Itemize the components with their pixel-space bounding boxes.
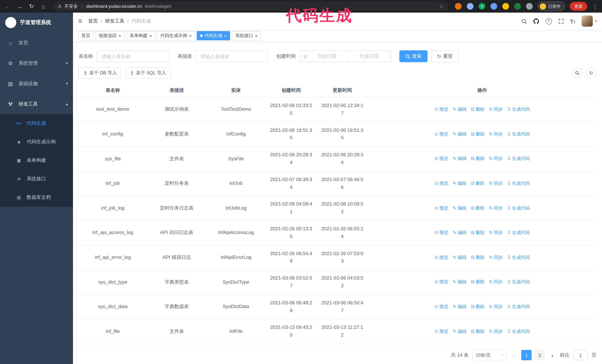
prev-page-button[interactable]: ‹ — [510, 352, 517, 358]
action-preview[interactable]: ⊙预览 — [435, 303, 448, 310]
action-delete[interactable]: ⊟删除 — [471, 328, 484, 335]
action-preview[interactable]: ⊙预览 — [435, 155, 448, 162]
refresh-icon[interactable]: ↻ — [28, 3, 35, 10]
extension-icon[interactable]: V — [479, 3, 485, 10]
help-icon[interactable]: ? — [546, 18, 552, 24]
page-size-select[interactable]: 10条/页 ▾ — [472, 350, 506, 360]
db-import-button[interactable]: ↥ 基于 DB 导入 — [78, 67, 121, 79]
action-delete[interactable]: ⊟删除 — [471, 106, 484, 113]
page-button[interactable]: 1 — [521, 350, 532, 360]
extension-icon[interactable] — [491, 3, 497, 10]
action-generate[interactable]: ↧生成代码 — [507, 229, 530, 236]
action-delete[interactable]: ⊟删除 — [471, 180, 484, 187]
refresh-table-button[interactable]: ↻ — [586, 68, 596, 78]
close-icon[interactable]: × — [224, 34, 227, 38]
user-menu[interactable]: ▾ — [582, 16, 597, 27]
action-sync[interactable]: ↻同步 — [489, 180, 503, 187]
github-icon[interactable] — [533, 18, 539, 24]
browser-update-button[interactable]: 更新 — [570, 2, 587, 11]
action-preview[interactable]: ⊙预览 — [435, 279, 448, 286]
reset-button[interactable]: ↻ 重置 — [431, 50, 459, 62]
profile-chip[interactable]: 已暂停 — [538, 1, 565, 11]
action-edit[interactable]: ✎编辑 — [453, 303, 466, 310]
next-page-button[interactable]: › — [549, 352, 556, 358]
action-preview[interactable]: ⊙预览 — [435, 106, 448, 113]
search-icon[interactable] — [521, 19, 527, 24]
sidebar-item-form-builder[interactable]: ▦表单构建 — [0, 151, 73, 170]
action-delete[interactable]: ⊟删除 — [471, 131, 484, 138]
action-delete[interactable]: ⊟删除 — [471, 229, 484, 236]
action-generate[interactable]: ↧生成代码 — [507, 180, 530, 187]
sidebar-item-codegen-example[interactable]: ◈代码生成示例 — [0, 133, 73, 151]
action-generate[interactable]: ↧生成代码 — [507, 205, 530, 212]
action-edit[interactable]: ✎编辑 — [453, 205, 466, 212]
action-generate[interactable]: ↧生成代码 — [507, 106, 530, 113]
puzzle-extensions-icon[interactable] — [526, 3, 533, 10]
sql-import-button[interactable]: ↥ 基于 SQL 导入 — [125, 67, 171, 79]
action-generate[interactable]: ↧生成代码 — [507, 254, 530, 261]
action-preview[interactable]: ⊙预览 — [435, 254, 448, 261]
back-icon[interactable]: ← — [4, 3, 11, 10]
font-size-icon[interactable]: TT — [570, 18, 576, 24]
home-icon[interactable]: ⌂ — [40, 3, 47, 10]
fullscreen-icon[interactable] — [558, 19, 564, 24]
action-generate[interactable]: ↧生成代码 — [507, 155, 530, 162]
sidebar-item-codegen[interactable]: </>代码生成 — [0, 114, 73, 133]
action-generate[interactable]: ↧生成代码 — [507, 328, 530, 335]
action-delete[interactable]: ⊟删除 — [471, 303, 484, 310]
action-preview[interactable]: ⊙预览 — [435, 205, 448, 212]
action-sync[interactable]: ↻同步 — [489, 205, 503, 212]
extension-icon[interactable] — [502, 3, 509, 10]
action-preview[interactable]: ⊙预览 — [435, 180, 448, 187]
table-name-input[interactable] — [97, 50, 169, 62]
action-edit[interactable]: ✎编辑 — [453, 180, 466, 187]
sidebar-item-system-api[interactable]: ⇄系统接口 — [0, 170, 73, 188]
forward-icon[interactable]: → — [16, 3, 23, 10]
action-preview[interactable]: ⊙预览 — [435, 131, 448, 138]
toggle-search-button[interactable] — [572, 68, 582, 78]
sidebar-item-db-doc[interactable]: ▤数据库文档 — [0, 188, 73, 207]
tab-codegen-example[interactable]: 代码生成示例× — [157, 31, 195, 41]
action-edit[interactable]: ✎编辑 — [453, 155, 466, 162]
close-icon[interactable]: × — [189, 34, 192, 38]
close-icon[interactable]: × — [255, 34, 258, 38]
browser-menu-icon[interactable]: ⋮ — [592, 3, 598, 9]
breadcrumb-item[interactable]: 研发工具 — [105, 18, 124, 25]
extension-icon[interactable] — [455, 3, 462, 10]
sidebar-item-devtools[interactable]: ⚒研发工具▴ — [0, 94, 73, 114]
action-sync[interactable]: ↻同步 — [489, 106, 503, 113]
date-range-picker[interactable]: ⊞ 开始日期 - 结束日期 — [299, 50, 391, 62]
address-bar[interactable]: ⚠ 不安全 | dashboard.yudao.iocoder.cn/tool/… — [53, 1, 448, 11]
bookmark-star-icon[interactable]: ☆ — [439, 3, 444, 9]
tab-tracer[interactable]: 链路追踪× — [96, 31, 124, 41]
app-logo[interactable]: 芋道管理系统 — [0, 13, 73, 32]
action-edit[interactable]: ✎编辑 — [453, 254, 466, 261]
sidebar-item-infra[interactable]: ▧基础设施▾ — [0, 73, 73, 94]
action-edit[interactable]: ✎编辑 — [453, 106, 466, 113]
extension-icon[interactable] — [514, 3, 521, 10]
tab-home[interactable]: 首页 — [78, 31, 94, 41]
action-generate[interactable]: ↧生成代码 — [507, 303, 530, 310]
tab-codegen[interactable]: 代码生成× — [197, 31, 230, 41]
action-sync[interactable]: ↻同步 — [489, 229, 503, 236]
close-icon[interactable]: × — [118, 34, 121, 38]
action-sync[interactable]: ↻同步 — [489, 303, 503, 310]
action-sync[interactable]: ↻同步 — [489, 131, 503, 138]
action-sync[interactable]: ↻同步 — [489, 328, 503, 335]
search-button[interactable]: 搜索 — [399, 50, 428, 62]
action-edit[interactable]: ✎编辑 — [453, 279, 466, 286]
action-generate[interactable]: ↧生成代码 — [507, 279, 530, 286]
action-preview[interactable]: ⊙预览 — [435, 229, 448, 236]
hamburger-icon[interactable]: ≡ — [78, 17, 82, 25]
extension-icon[interactable] — [467, 3, 473, 10]
action-sync[interactable]: ↻同步 — [489, 254, 503, 261]
page-button[interactable]: 2 — [535, 350, 545, 360]
table-desc-input[interactable] — [196, 50, 268, 62]
close-icon[interactable]: × — [149, 34, 152, 38]
action-generate[interactable]: ↧生成代码 — [507, 131, 530, 138]
tab-system-api[interactable]: 系统接口× — [232, 31, 261, 41]
action-delete[interactable]: ⊟删除 — [471, 205, 484, 212]
action-edit[interactable]: ✎编辑 — [453, 131, 466, 138]
breadcrumb-item[interactable]: 首页 — [88, 18, 98, 25]
action-sync[interactable]: ↻同步 — [489, 279, 503, 286]
